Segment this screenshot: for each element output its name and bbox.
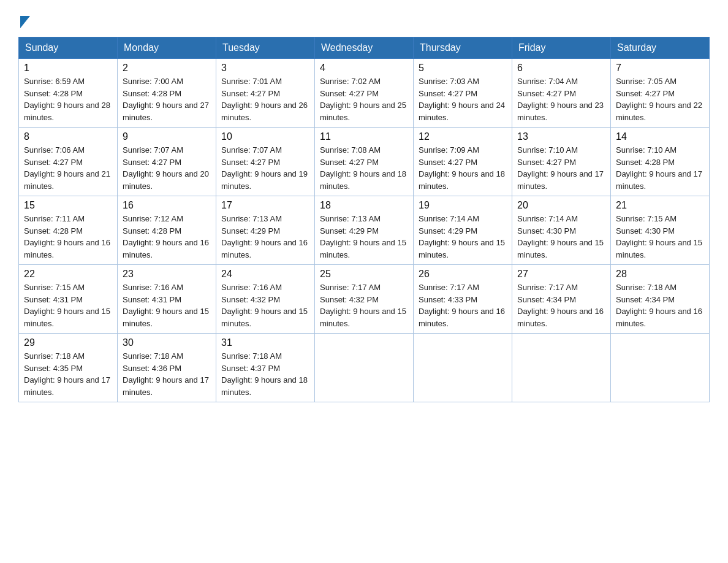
- day-number: 4: [320, 63, 408, 74]
- day-number: 23: [123, 269, 211, 280]
- day-info: Sunrise: 7:13 AM Sunset: 4:29 PM Dayligh…: [221, 213, 309, 261]
- day-number: 11: [320, 131, 408, 142]
- col-header-sunday: Sunday: [19, 37, 118, 59]
- col-header-monday: Monday: [118, 37, 216, 59]
- day-number: 17: [221, 200, 309, 211]
- col-header-wednesday: Wednesday: [315, 37, 414, 59]
- day-info: Sunrise: 7:18 AM Sunset: 4:37 PM Dayligh…: [221, 350, 309, 398]
- calendar-header-row: SundayMondayTuesdayWednesdayThursdayFrid…: [19, 37, 710, 59]
- calendar-cell: 10 Sunrise: 7:07 AM Sunset: 4:27 PM Dayl…: [216, 128, 315, 196]
- day-number: 3: [221, 63, 309, 74]
- day-info: Sunrise: 7:15 AM Sunset: 4:30 PM Dayligh…: [616, 213, 704, 261]
- day-number: 30: [123, 337, 211, 348]
- day-info: Sunrise: 7:10 AM Sunset: 4:27 PM Dayligh…: [517, 144, 605, 192]
- calendar-cell: 24 Sunrise: 7:16 AM Sunset: 4:32 PM Dayl…: [216, 265, 315, 334]
- calendar-cell: 7 Sunrise: 7:05 AM Sunset: 4:27 PM Dayli…: [611, 59, 710, 128]
- day-number: 1: [24, 63, 112, 74]
- day-number: 10: [221, 131, 309, 142]
- calendar-cell: 25 Sunrise: 7:17 AM Sunset: 4:32 PM Dayl…: [315, 265, 414, 334]
- calendar-cell: 11 Sunrise: 7:08 AM Sunset: 4:27 PM Dayl…: [315, 128, 414, 196]
- calendar-week-row: 1 Sunrise: 6:59 AM Sunset: 4:28 PM Dayli…: [19, 59, 710, 128]
- day-info: Sunrise: 7:05 AM Sunset: 4:27 PM Dayligh…: [616, 75, 704, 123]
- day-info: Sunrise: 7:02 AM Sunset: 4:27 PM Dayligh…: [320, 75, 408, 123]
- col-header-thursday: Thursday: [414, 37, 512, 59]
- calendar-week-row: 22 Sunrise: 7:15 AM Sunset: 4:31 PM Dayl…: [19, 265, 710, 334]
- calendar-cell: 30 Sunrise: 7:18 AM Sunset: 4:36 PM Dayl…: [118, 334, 216, 402]
- calendar-cell: 23 Sunrise: 7:16 AM Sunset: 4:31 PM Dayl…: [118, 265, 216, 334]
- page-header: [18, 12, 710, 26]
- day-info: Sunrise: 7:12 AM Sunset: 4:28 PM Dayligh…: [123, 213, 211, 261]
- day-number: 21: [616, 200, 704, 211]
- calendar-cell: 16 Sunrise: 7:12 AM Sunset: 4:28 PM Dayl…: [118, 196, 216, 265]
- calendar-cell: 9 Sunrise: 7:07 AM Sunset: 4:27 PM Dayli…: [118, 128, 216, 196]
- calendar-cell: 18 Sunrise: 7:13 AM Sunset: 4:29 PM Dayl…: [315, 196, 414, 265]
- calendar-cell: 20 Sunrise: 7:14 AM Sunset: 4:30 PM Dayl…: [512, 196, 611, 265]
- col-header-saturday: Saturday: [611, 37, 710, 59]
- calendar-cell: 28 Sunrise: 7:18 AM Sunset: 4:34 PM Dayl…: [611, 265, 710, 334]
- day-number: 22: [24, 269, 112, 280]
- day-info: Sunrise: 7:08 AM Sunset: 4:27 PM Dayligh…: [320, 144, 408, 192]
- calendar-cell: 6 Sunrise: 7:04 AM Sunset: 4:27 PM Dayli…: [512, 59, 611, 128]
- calendar-cell: 14 Sunrise: 7:10 AM Sunset: 4:28 PM Dayl…: [611, 128, 710, 196]
- calendar-cell: 1 Sunrise: 6:59 AM Sunset: 4:28 PM Dayli…: [19, 59, 118, 128]
- day-info: Sunrise: 7:14 AM Sunset: 4:29 PM Dayligh…: [419, 213, 507, 261]
- calendar-cell: 15 Sunrise: 7:11 AM Sunset: 4:28 PM Dayl…: [19, 196, 118, 265]
- calendar-cell: 26 Sunrise: 7:17 AM Sunset: 4:33 PM Dayl…: [414, 265, 512, 334]
- day-info: Sunrise: 7:17 AM Sunset: 4:32 PM Dayligh…: [320, 282, 408, 329]
- calendar-table: SundayMondayTuesdayWednesdayThursdayFrid…: [18, 37, 710, 402]
- calendar-cell: 31 Sunrise: 7:18 AM Sunset: 4:37 PM Dayl…: [216, 334, 315, 402]
- day-number: 14: [616, 131, 704, 142]
- calendar-cell: [315, 334, 414, 402]
- day-info: Sunrise: 7:18 AM Sunset: 4:36 PM Dayligh…: [123, 350, 211, 398]
- day-number: 26: [419, 269, 507, 280]
- day-number: 13: [517, 131, 605, 142]
- calendar-cell: 13 Sunrise: 7:10 AM Sunset: 4:27 PM Dayl…: [512, 128, 611, 196]
- day-number: 24: [221, 269, 309, 280]
- day-info: Sunrise: 7:07 AM Sunset: 4:27 PM Dayligh…: [221, 144, 309, 192]
- day-number: 8: [24, 131, 112, 142]
- calendar-cell: 22 Sunrise: 7:15 AM Sunset: 4:31 PM Dayl…: [19, 265, 118, 334]
- day-number: 2: [123, 63, 211, 74]
- calendar-cell: 4 Sunrise: 7:02 AM Sunset: 4:27 PM Dayli…: [315, 59, 414, 128]
- day-number: 6: [517, 63, 605, 74]
- day-info: Sunrise: 7:18 AM Sunset: 4:35 PM Dayligh…: [24, 350, 112, 398]
- col-header-friday: Friday: [512, 37, 611, 59]
- day-info: Sunrise: 7:14 AM Sunset: 4:30 PM Dayligh…: [517, 213, 605, 261]
- calendar-week-row: 29 Sunrise: 7:18 AM Sunset: 4:35 PM Dayl…: [19, 334, 710, 402]
- day-number: 25: [320, 269, 408, 280]
- day-number: 7: [616, 63, 704, 74]
- calendar-cell: 12 Sunrise: 7:09 AM Sunset: 4:27 PM Dayl…: [414, 128, 512, 196]
- calendar-cell: 8 Sunrise: 7:06 AM Sunset: 4:27 PM Dayli…: [19, 128, 118, 196]
- calendar-cell: 27 Sunrise: 7:17 AM Sunset: 4:34 PM Dayl…: [512, 265, 611, 334]
- calendar-cell: 21 Sunrise: 7:15 AM Sunset: 4:30 PM Dayl…: [611, 196, 710, 265]
- calendar-cell: 29 Sunrise: 7:18 AM Sunset: 4:35 PM Dayl…: [19, 334, 118, 402]
- day-info: Sunrise: 7:06 AM Sunset: 4:27 PM Dayligh…: [24, 144, 112, 192]
- calendar-cell: [611, 334, 710, 402]
- calendar-cell: [512, 334, 611, 402]
- day-info: Sunrise: 7:17 AM Sunset: 4:34 PM Dayligh…: [517, 282, 605, 329]
- day-number: 18: [320, 200, 408, 211]
- day-number: 15: [24, 200, 112, 211]
- day-number: 19: [419, 200, 507, 211]
- day-info: Sunrise: 7:17 AM Sunset: 4:33 PM Dayligh…: [419, 282, 507, 329]
- day-info: Sunrise: 7:16 AM Sunset: 4:31 PM Dayligh…: [123, 282, 211, 329]
- calendar-cell: 17 Sunrise: 7:13 AM Sunset: 4:29 PM Dayl…: [216, 196, 315, 265]
- day-info: Sunrise: 7:13 AM Sunset: 4:29 PM Dayligh…: [320, 213, 408, 261]
- day-info: Sunrise: 7:09 AM Sunset: 4:27 PM Dayligh…: [419, 144, 507, 192]
- day-number: 31: [221, 337, 309, 348]
- calendar-cell: [414, 334, 512, 402]
- calendar-cell: 2 Sunrise: 7:00 AM Sunset: 4:28 PM Dayli…: [118, 59, 216, 128]
- day-number: 29: [24, 337, 112, 348]
- col-header-tuesday: Tuesday: [216, 37, 315, 59]
- day-info: Sunrise: 7:16 AM Sunset: 4:32 PM Dayligh…: [221, 282, 309, 329]
- day-info: Sunrise: 7:15 AM Sunset: 4:31 PM Dayligh…: [24, 282, 112, 329]
- calendar-cell: 19 Sunrise: 7:14 AM Sunset: 4:29 PM Dayl…: [414, 196, 512, 265]
- day-number: 9: [123, 131, 211, 142]
- day-number: 27: [517, 269, 605, 280]
- day-number: 16: [123, 200, 211, 211]
- day-number: 20: [517, 200, 605, 211]
- day-info: Sunrise: 7:00 AM Sunset: 4:28 PM Dayligh…: [123, 75, 211, 123]
- calendar-cell: 5 Sunrise: 7:03 AM Sunset: 4:27 PM Dayli…: [414, 59, 512, 128]
- day-info: Sunrise: 7:04 AM Sunset: 4:27 PM Dayligh…: [517, 75, 605, 123]
- day-info: Sunrise: 7:10 AM Sunset: 4:28 PM Dayligh…: [616, 144, 704, 192]
